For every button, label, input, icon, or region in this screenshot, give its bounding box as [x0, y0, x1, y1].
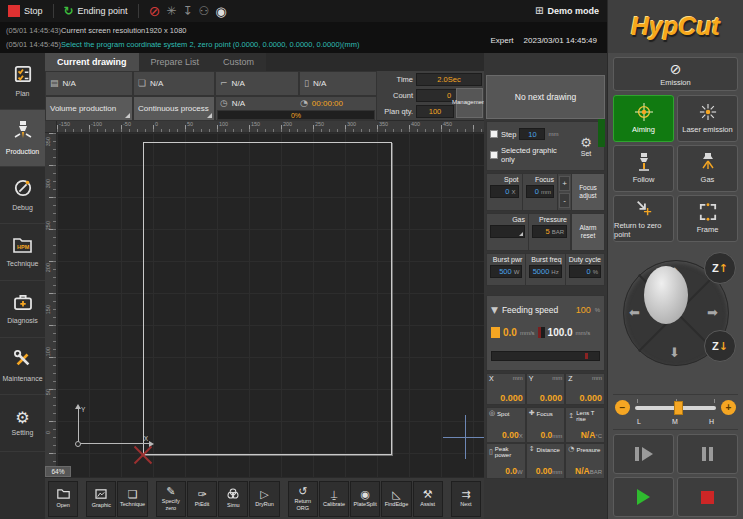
- speed-max-icon: [538, 327, 545, 338]
- z-down-button[interactable]: Z↓: [704, 330, 736, 362]
- findedge-button[interactable]: ◺FindEdge: [381, 481, 411, 517]
- pause-button[interactable]: [677, 434, 738, 474]
- spot-readout: ◎Spot 0.00X: [486, 407, 526, 443]
- step-checkbox[interactable]: [490, 130, 498, 138]
- follow-button[interactable]: Follow: [613, 145, 674, 192]
- sidebar-item-plan[interactable]: Plan: [0, 53, 45, 110]
- zoom-level[interactable]: 64%: [45, 466, 71, 477]
- gas-spray-icon: [700, 153, 716, 173]
- duty-cycle-input[interactable]: 0%: [569, 265, 601, 278]
- pressure-input[interactable]: 5BAR: [532, 225, 567, 238]
- jog-right-arrow[interactable]: ➡: [707, 306, 718, 319]
- stat-label: Lens T rise: [576, 410, 602, 422]
- calibrate-button[interactable]: ⍊Calibrate: [319, 481, 349, 517]
- sidebar-item-maintenance[interactable]: Maintenance: [0, 338, 45, 395]
- specify-zero-button[interactable]: ✎Specify zero: [156, 481, 186, 517]
- graphic-button[interactable]: Graphic: [86, 481, 116, 517]
- platesplit-button[interactable]: ◉PlateSplit: [350, 481, 380, 517]
- start-button[interactable]: [613, 477, 674, 517]
- tab-current-drawing[interactable]: Current drawing: [45, 53, 139, 71]
- open-button[interactable]: Open: [48, 481, 78, 517]
- ruler-horizontal: -150-100-50050100150200250300350400450: [57, 121, 484, 133]
- speed-plus-button[interactable]: +: [721, 400, 736, 415]
- ptedit-button[interactable]: ✑PtEdit: [187, 481, 217, 517]
- stat-value: 0.00: [502, 430, 519, 440]
- stat-value: 0.0: [541, 430, 553, 440]
- step-section: Step 10 mm Selected graphic only ⚙ Set: [486, 121, 605, 171]
- process-mode-dropdown[interactable]: Continuous process: [133, 96, 215, 121]
- follow-label: Follow: [633, 175, 655, 184]
- focus-input[interactable]: 0mm: [526, 185, 555, 198]
- tab-custom[interactable]: Custom: [211, 53, 266, 71]
- laser-disabled-icon[interactable]: ⊘: [149, 4, 161, 18]
- selected-graphic-checkbox[interactable]: [490, 151, 498, 159]
- jog-down-arrow[interactable]: ⬇: [669, 346, 680, 359]
- return-zero-button[interactable]: Return to zero point: [613, 195, 674, 242]
- ending-point-button[interactable]: ↻ Ending point: [64, 5, 128, 17]
- drawing-rectangle[interactable]: [143, 142, 392, 455]
- laser-emission-button[interactable]: Laser emission: [677, 95, 738, 142]
- simu-button[interactable]: Simu: [218, 481, 248, 517]
- focus-plus-button[interactable]: +: [559, 176, 570, 191]
- x-axis-label: X: [144, 435, 148, 442]
- stop-button[interactable]: Stop: [8, 5, 43, 17]
- technique-button[interactable]: ❏Technique: [117, 481, 147, 517]
- gas-dropdown[interactable]: [490, 225, 525, 238]
- clamp-cell: ⌐N/A: [215, 71, 299, 96]
- resume-button[interactable]: [613, 434, 674, 474]
- tab-prepare-list[interactable]: Prepare List: [139, 53, 212, 71]
- sidebar-label: Maintenance: [2, 375, 42, 382]
- feed-speed-slider[interactable]: [491, 351, 600, 361]
- sidebar-item-diagnosis[interactable]: Diagnosis: [0, 281, 45, 338]
- sidebar-item-setting[interactable]: ⚙ Setting: [0, 395, 45, 452]
- z-up-button[interactable]: Z↑: [704, 252, 736, 284]
- plan-qty-value[interactable]: 100: [416, 105, 454, 118]
- jog-icon[interactable]: ⚇: [198, 5, 209, 17]
- return-org-button[interactable]: ↺Return ORG: [288, 481, 318, 517]
- pressure-readout: ◔Pressure N/ABAR: [565, 443, 605, 479]
- divider: [53, 4, 54, 18]
- jog-left-arrow[interactable]: ⬅: [629, 306, 640, 319]
- status-readout-grid: ◎Spot 0.00X ✚Focus 0.0mm ↥Lens T rise N/…: [486, 407, 605, 479]
- speed-slider-handle[interactable]: [674, 401, 683, 415]
- technique-folder-icon: HPM: [13, 237, 32, 257]
- layers-icon: ❏: [138, 79, 146, 88]
- spot-input[interactable]: 0X: [490, 185, 519, 198]
- next-button[interactable]: ⇉Next: [451, 481, 481, 517]
- assist-button[interactable]: ⚒Assist: [413, 481, 443, 517]
- laser-rays-icon: [699, 103, 717, 123]
- focus-minus-button[interactable]: -: [559, 193, 570, 208]
- set-button[interactable]: ⚙ Set: [571, 125, 601, 167]
- focus-value: 0: [535, 187, 539, 196]
- dryrun-button[interactable]: ▷DryRun: [249, 481, 279, 517]
- emission-button[interactable]: ⊘ Emission: [613, 57, 738, 91]
- sidebar-item-technique[interactable]: HPM Technique: [0, 224, 45, 281]
- production-mode-dropdown[interactable]: Volume production: [45, 96, 133, 121]
- laser-icon[interactable]: ✳: [166, 5, 176, 17]
- burst-freq-value: 5000: [533, 267, 550, 276]
- elapsed-time-cell: ◔00:00:00: [296, 97, 376, 110]
- aiming-button[interactable]: Aiming: [613, 95, 674, 142]
- file-icon: ▤: [50, 79, 59, 88]
- machine-stop-button[interactable]: [677, 477, 738, 517]
- burst-freq-input[interactable]: 5000Hz: [529, 265, 561, 278]
- z-label: Z: [712, 340, 719, 352]
- step-input[interactable]: 10: [519, 128, 545, 140]
- management-button[interactable]: Management: [456, 88, 483, 118]
- follow-height-icon[interactable]: ↧: [182, 5, 192, 17]
- focus-adjust-button[interactable]: Focus adjust: [571, 174, 604, 210]
- drawing-canvas[interactable]: -150-100-50050100150200250300350400450 3…: [45, 121, 484, 477]
- jog-center-knob[interactable]: [644, 266, 688, 324]
- sidebar-item-debug[interactable]: Debug: [0, 167, 45, 224]
- stop-square-icon: [701, 491, 714, 504]
- assist-status-icon[interactable]: ◉: [215, 5, 226, 18]
- burst-pwr-input[interactable]: 500W: [490, 265, 522, 278]
- sidebar-item-production[interactable]: Production: [0, 110, 45, 167]
- speed-minus-button[interactable]: −: [615, 400, 630, 415]
- gas-button[interactable]: Gas: [677, 145, 738, 192]
- alarm-reset-button[interactable]: Alarm reset: [571, 214, 604, 250]
- burst-pwr-value: 500: [499, 267, 512, 276]
- canvas-viewport[interactable]: Y X: [57, 133, 484, 477]
- frame-button[interactable]: Frame: [677, 195, 738, 242]
- user-level: Expert: [490, 34, 513, 48]
